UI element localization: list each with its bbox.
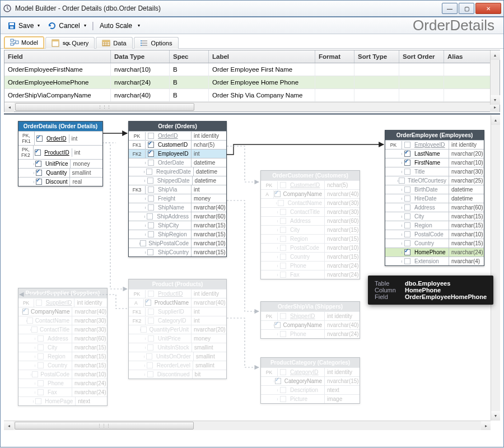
- grid-row[interactable]: OrderEmployeeFirstNamenvarchar(10)BOrder…: [4, 63, 500, 76]
- entity-product[interactable]: Product (Products)PKProductIDint identit…: [128, 279, 227, 379]
- checkbox-cell[interactable]: [146, 231, 156, 237]
- maximize-button[interactable]: ▢: [459, 3, 474, 14]
- entity-field-row[interactable]: Citynvarchar(15): [261, 225, 360, 234]
- header-sorttype[interactable]: Sort Type: [354, 50, 399, 63]
- checkbox-cell[interactable]: [402, 222, 412, 228]
- entity-field-row[interactable]: UnitsOnOrdersmallint: [129, 352, 226, 361]
- checkbox-cell[interactable]: [34, 300, 44, 306]
- entity-field-row[interactable]: PostalCodenvarchar(10): [385, 230, 484, 239]
- entity-field-row[interactable]: Addressnvarchar(60): [261, 216, 360, 225]
- entity-field-row[interactable]: FK2EmployeeIDint: [129, 149, 226, 158]
- entity-field-row[interactable]: PK, FK2ProductIDint: [18, 145, 102, 159]
- checkbox-cell[interactable]: [398, 178, 405, 184]
- entity-field-row[interactable]: PK, FK1OrderIDint: [18, 131, 102, 145]
- grid-row[interactable]: OrderEmployeeHomePhonenvarchar(24)BOrder…: [4, 76, 500, 89]
- checkbox-cell[interactable]: [146, 318, 156, 324]
- entity-field-row[interactable]: Countrynvarchar(15): [385, 239, 484, 248]
- checkbox-cell[interactable]: [146, 344, 156, 351]
- entity-field-row[interactable]: Discountreal: [18, 177, 102, 186]
- entity-order[interactable]: Order (Orders)PKOrderIDint identityFK1Cu…: [128, 121, 227, 257]
- grid-vertical-scrollbar[interactable]: ▴▾: [490, 50, 500, 105]
- checkbox-cell[interactable]: [402, 240, 412, 246]
- tab-data[interactable]: Data: [96, 37, 132, 49]
- autoscale-dropdown-icon[interactable]: ▾: [138, 23, 140, 28]
- checkbox-cell[interactable]: [141, 326, 147, 333]
- checkbox-cell[interactable]: [34, 150, 42, 156]
- entity-field-row[interactable]: PKSupplierIDint identity: [18, 298, 107, 307]
- checkbox-cell[interactable]: [402, 231, 412, 237]
- horizontal-splitter[interactable]: [4, 113, 500, 115]
- entity-header[interactable]: OrderDetails (Order Details): [18, 122, 102, 131]
- entity-field-row[interactable]: FK2CategoryIDint: [129, 316, 226, 325]
- checkbox-cell[interactable]: [34, 398, 43, 404]
- checkbox-cell[interactable]: [146, 186, 156, 193]
- entity-field-row[interactable]: PostalCodenvarchar(10): [261, 243, 360, 252]
- entity-field-row[interactable]: ShippedDatedatetime: [129, 176, 226, 185]
- tab-query[interactable]: SQL Query: [45, 37, 95, 49]
- checkbox-cell[interactable]: [140, 240, 146, 246]
- diagram-canvas[interactable]: OrderDetails (Order Details)PK, FK1Order…: [4, 115, 500, 430]
- checkbox-cell[interactable]: [278, 313, 288, 319]
- entity-orderemployee[interactable]: OrderEmployee (Employees)PKEmployeeIDint…: [385, 130, 484, 266]
- entity-field-row[interactable]: OrderDatedatetime: [129, 158, 226, 167]
- checkbox-cell[interactable]: [146, 335, 156, 342]
- tab-options[interactable]: Options: [134, 37, 179, 49]
- checkbox-cell[interactable]: [145, 178, 155, 184]
- checkbox-cell[interactable]: [402, 169, 412, 175]
- entity-field-row[interactable]: Freightmoney: [129, 194, 226, 203]
- checkbox-cell[interactable]: [278, 236, 288, 242]
- header-field[interactable]: Field: [4, 50, 111, 63]
- entity-field-row[interactable]: Extensionnvarchar(4): [385, 256, 484, 265]
- canvas-scroll-thumb[interactable]: ⋮⋮⋮: [15, 422, 194, 430]
- checkbox-cell[interactable]: [146, 133, 156, 139]
- entity-header[interactable]: OrderShipVia (Shippers): [261, 302, 360, 311]
- entity-field-row[interactable]: Phonenvarchar(24): [261, 329, 360, 338]
- checkbox-cell[interactable]: [146, 204, 156, 211]
- checkbox-cell[interactable]: [146, 195, 156, 202]
- entity-field-row[interactable]: AProductNamenvarchar(40): [129, 298, 226, 307]
- entity-header[interactable]: Order (Orders): [129, 122, 226, 131]
- entity-field-row[interactable]: HomePagentext: [18, 396, 107, 405]
- entity-field-row[interactable]: TitleOfCourtesynvarchar(25): [385, 176, 484, 185]
- checkbox-cell[interactable]: [274, 191, 281, 197]
- checkbox-cell[interactable]: [402, 249, 412, 255]
- entity-field-row[interactable]: ACompanyNamenvarchar(40): [261, 189, 360, 198]
- entity-field-row[interactable]: Faxnvarchar(24): [261, 270, 360, 279]
- checkbox-cell[interactable]: [35, 362, 45, 368]
- checkbox-cell[interactable]: [274, 378, 282, 384]
- checkbox-cell[interactable]: [35, 335, 45, 342]
- entity-field-row[interactable]: PostalCodenvarchar(10): [18, 370, 107, 379]
- entity-field-row[interactable]: Titlenvarchar(30): [385, 167, 484, 176]
- entity-field-row[interactable]: CompanyNamenvarchar(40): [18, 307, 107, 316]
- header-datatype[interactable]: Data Type: [111, 50, 170, 63]
- entity-field-row[interactable]: Discontinuedbit: [129, 370, 226, 379]
- autoscale-button[interactable]: Auto Scale ▾: [96, 21, 143, 31]
- entity-field-row[interactable]: ReorderLevelsmallint: [129, 361, 226, 370]
- checkbox-cell[interactable]: [278, 369, 288, 375]
- entity-field-row[interactable]: PKProductIDint identity: [129, 289, 226, 298]
- checkbox-cell[interactable]: [146, 291, 156, 297]
- entity-field-row[interactable]: Descriptionntext: [261, 385, 360, 394]
- checkbox-cell[interactable]: [145, 362, 155, 368]
- checkbox-cell[interactable]: [402, 213, 412, 220]
- checkbox-cell[interactable]: [34, 170, 44, 176]
- entity-field-row[interactable]: RequiredDatedatetime: [129, 167, 226, 176]
- checkbox-cell[interactable]: [146, 222, 156, 228]
- entity-field-row[interactable]: PKCategoryIDint identity: [261, 367, 360, 376]
- entity-field-row[interactable]: UnitPricemoney: [129, 334, 226, 343]
- entity-field-row[interactable]: ShipCitynvarchar(15): [129, 221, 226, 230]
- entity-field-row[interactable]: Regionnvarchar(15): [385, 221, 484, 230]
- scroll-thumb[interactable]: ⋮⋮⋮: [15, 103, 194, 111]
- entity-field-row[interactable]: ContactNamenvarchar(30): [18, 316, 107, 325]
- checkbox-cell[interactable]: [402, 151, 412, 157]
- checkbox-cell[interactable]: [31, 371, 38, 377]
- checkbox-cell[interactable]: [27, 318, 33, 324]
- checkbox-cell[interactable]: [278, 227, 288, 233]
- checkbox-cell[interactable]: [34, 179, 44, 185]
- save-button[interactable]: Save ▾: [4, 20, 43, 31]
- checkbox-cell[interactable]: [402, 186, 412, 193]
- entity-header[interactable]: OrderEmployee (Employees): [385, 130, 484, 140]
- entity-field-row[interactable]: LastNamenvarchar(20): [385, 149, 484, 158]
- entity-productcategory[interactable]: ProductCategory (Categories)PKCategoryID…: [260, 357, 360, 404]
- checkbox-cell[interactable]: [31, 326, 38, 333]
